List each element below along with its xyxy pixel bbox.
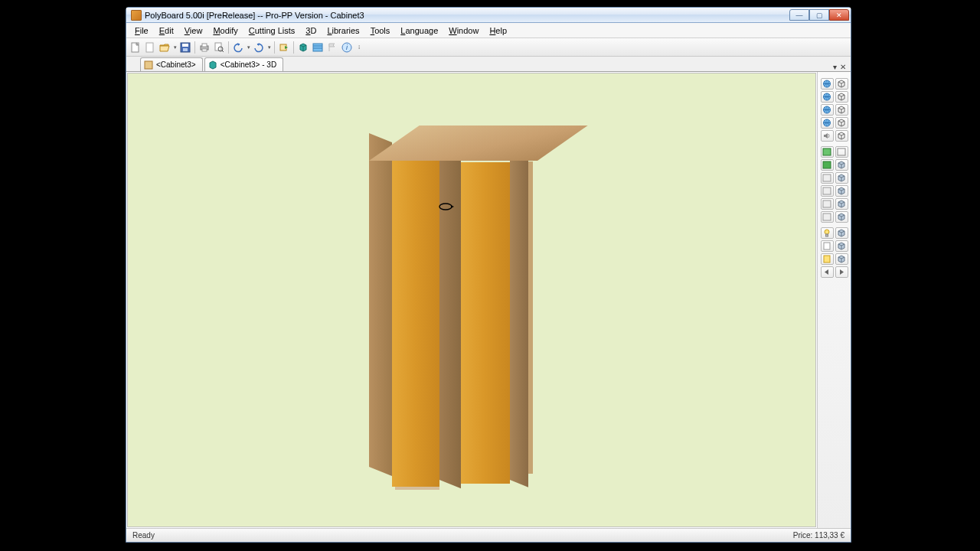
menu-edit[interactable]: Edit <box>154 24 179 37</box>
globe-icon <box>822 80 831 88</box>
box-empty-icon <box>837 148 846 156</box>
cube-wire-button[interactable] <box>835 104 848 116</box>
cube-solid-button[interactable] <box>835 159 848 171</box>
cube-solid-button[interactable] <box>835 253 848 265</box>
open-dropdown[interactable]: ▾ <box>172 41 178 54</box>
cube-solid-button[interactable] <box>835 198 848 210</box>
undo-dropdown[interactable]: ▾ <box>246 41 251 54</box>
cabinet-3d-model <box>358 126 549 485</box>
cube-solid-icon <box>837 174 846 182</box>
toolbar-overflow[interactable]: ⁞ <box>356 41 361 54</box>
menu-window[interactable]: Window <box>443 24 484 37</box>
sound-icon <box>822 132 831 140</box>
cube-solid-icon <box>837 213 846 221</box>
bulb-button[interactable] <box>821 227 834 239</box>
tab-controls: ▾ ✕ <box>833 63 846 71</box>
svg-rect-32 <box>826 234 828 236</box>
cube-solid-button[interactable] <box>835 185 848 197</box>
new-blank-button[interactable] <box>143 41 157 54</box>
svg-rect-26 <box>823 161 831 168</box>
menu-modify[interactable]: Modify <box>207 24 243 37</box>
globe-button[interactable] <box>821 78 834 90</box>
maximize-button[interactable]: ▢ <box>809 9 829 21</box>
panel-green2-button[interactable] <box>821 159 834 171</box>
tab-close-button[interactable]: ✕ <box>840 63 846 71</box>
tab-cabinet3[interactable]: <Cabinet3> <box>140 57 203 71</box>
box-button[interactable] <box>821 185 834 197</box>
3d-viewport[interactable] <box>127 73 816 527</box>
menu-file[interactable]: File <box>129 24 154 37</box>
menu-language[interactable]: Language <box>395 24 443 37</box>
cube-solid-button[interactable] <box>835 227 848 239</box>
info-button[interactable]: i <box>340 41 354 54</box>
svg-rect-30 <box>823 214 831 220</box>
print-button[interactable] <box>198 41 211 54</box>
svg-line-10 <box>222 51 224 52</box>
box-empty-button[interactable] <box>835 146 848 158</box>
globe-icon <box>822 93 831 101</box>
cube-wire-icon <box>837 106 846 114</box>
box-button[interactable] <box>821 172 834 184</box>
menu-tools[interactable]: Tools <box>365 24 396 37</box>
titlebar[interactable]: PolyBoard 5.00i [PreRelease] -- Pro-PP V… <box>126 8 851 23</box>
cube-solid-button[interactable] <box>835 240 848 252</box>
close-button[interactable]: ✕ <box>829 9 849 21</box>
sound-button[interactable] <box>821 130 834 142</box>
svg-rect-25 <box>838 148 845 155</box>
print-preview-button[interactable] <box>212 41 226 54</box>
app-icon <box>131 10 142 21</box>
svg-rect-29 <box>823 201 831 207</box>
cube-wire-icon <box>837 93 846 101</box>
cube-solid-icon <box>837 229 846 237</box>
svg-rect-34 <box>824 256 830 262</box>
cube-solid-button[interactable] <box>835 172 848 184</box>
tab-menu-button[interactable]: ▾ <box>833 63 837 71</box>
box-icon <box>822 200 831 208</box>
panel-green-button[interactable] <box>821 146 834 158</box>
save-button[interactable] <box>178 41 192 54</box>
3d-cube-button[interactable] <box>296 41 310 54</box>
open-button[interactable] <box>158 41 172 54</box>
box-button[interactable] <box>821 211 834 223</box>
globe-button[interactable] <box>821 91 834 103</box>
tab-cabinet3-3d[interactable]: <Cabinet3> - 3D <box>204 57 283 71</box>
globe-arrow-button[interactable] <box>821 104 834 116</box>
globe-target-button[interactable] <box>821 117 834 129</box>
page-button[interactable] <box>821 240 834 252</box>
svg-rect-6 <box>202 44 207 47</box>
menu-help[interactable]: Help <box>484 24 512 37</box>
status-price: Price: 113,33 € <box>793 531 844 540</box>
page-y-icon <box>822 255 831 263</box>
main-toolbar: ▾ ▾ ▾ i ⁞ <box>126 38 851 57</box>
page-y-button[interactable] <box>821 253 834 265</box>
redo-dropdown[interactable]: ▾ <box>266 41 272 54</box>
export-button[interactable] <box>277 41 291 54</box>
arrow-r-button[interactable] <box>835 266 848 278</box>
box-icon <box>822 174 831 182</box>
panel-green-icon <box>822 148 831 156</box>
status-ready: Ready <box>132 531 155 540</box>
cube-wire-button[interactable] <box>835 91 848 103</box>
menu-view[interactable]: View <box>179 24 208 37</box>
application-window: PolyBoard 5.00i [PreRelease] -- Pro-PP V… <box>126 7 851 543</box>
menu-cutting-lists[interactable]: Cutting Lists <box>243 24 301 37</box>
menu-libraries[interactable]: Libraries <box>322 24 364 37</box>
redo-button[interactable] <box>252 41 266 54</box>
cube-solid-button[interactable] <box>835 211 848 223</box>
minimize-button[interactable]: — <box>789 9 809 21</box>
workspace <box>126 72 851 528</box>
cube-wire-button[interactable] <box>835 117 848 129</box>
cabinet-icon <box>144 60 153 70</box>
menu-3d[interactable]: 3D <box>300 24 322 37</box>
3d-list-button[interactable] <box>311 41 325 54</box>
new-file-button[interactable] <box>129 41 142 54</box>
cube-wire-button[interactable] <box>835 130 848 142</box>
svg-rect-27 <box>823 174 831 181</box>
bulb-icon <box>822 229 831 237</box>
arrow-l-button[interactable] <box>821 266 834 278</box>
globe-target-icon <box>822 119 831 127</box>
undo-button[interactable] <box>231 41 245 54</box>
cube-wire-button[interactable] <box>835 78 848 90</box>
flag-button[interactable] <box>325 41 339 54</box>
box-button[interactable] <box>821 198 834 210</box>
